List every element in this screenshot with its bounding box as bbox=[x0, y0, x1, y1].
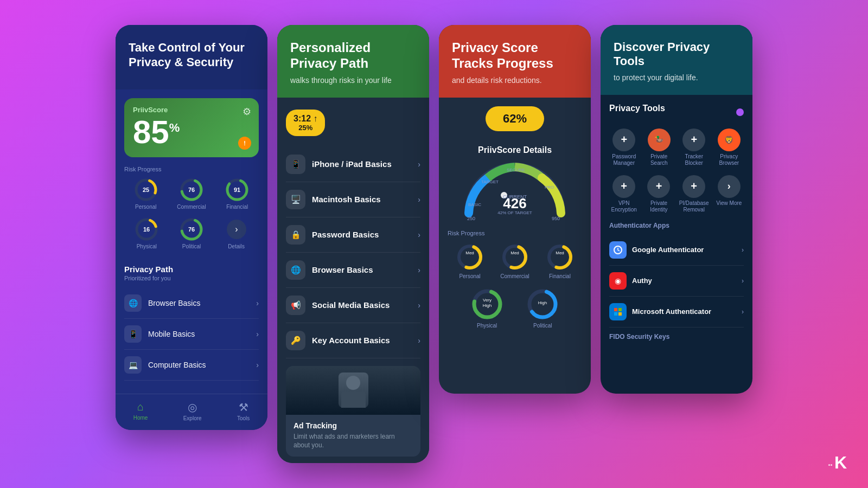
svg-text:TARGET: TARGET bbox=[481, 179, 499, 184]
nav-home[interactable]: ⌂ Home bbox=[133, 401, 148, 421]
svg-text:BASIC: BASIC bbox=[468, 202, 481, 207]
svg-text:Med: Med bbox=[510, 251, 519, 255]
pi-removal-add-icon: + bbox=[682, 175, 705, 198]
svg-text:76: 76 bbox=[188, 226, 195, 233]
ad-tracking-title: Ad Tracking bbox=[293, 421, 413, 430]
key-icon: 🔑 bbox=[286, 331, 305, 350]
circle3-personal: Med Personal bbox=[456, 243, 484, 279]
circle-financial: 91 Financial bbox=[225, 178, 249, 210]
svg-text:25: 25 bbox=[143, 187, 149, 193]
menu-macintosh[interactable]: 🖥️ Macintosh Basics › bbox=[286, 182, 420, 217]
phone4-content: Privacy Tools + Password Manager 🦆 Priva… bbox=[601, 95, 752, 349]
auth-google[interactable]: Google Authenticator › bbox=[609, 235, 744, 266]
risk-progress-label: Risk Progress bbox=[124, 166, 259, 172]
priiv-score-number: 85% bbox=[133, 116, 250, 149]
menu-computer-basics[interactable]: 💻 Computer Basics › bbox=[124, 350, 259, 381]
password-icon: 🔒 bbox=[286, 225, 305, 245]
tool-tracker-blocker[interactable]: + Tracker Blocker bbox=[679, 129, 709, 166]
ad-tracking-card[interactable]: Ad Tracking Limit what ads and marketers… bbox=[286, 366, 420, 457]
risk-progress-title-3: Risk Progress bbox=[448, 230, 582, 236]
tool-vpn[interactable]: + VPN Encryption bbox=[609, 175, 639, 213]
risk-circles-3-row2: Very High Physical High Political bbox=[448, 288, 582, 329]
explore-icon: ◎ bbox=[188, 401, 197, 414]
tool-password-manager[interactable]: + Password Manager bbox=[609, 129, 639, 166]
password-manager-add-icon: + bbox=[612, 129, 635, 151]
tool-pi-removal[interactable]: + PI/Database Removal bbox=[679, 175, 709, 213]
gauge-container: CURRENT 426 42% OF TARGET 250 950 BASIC … bbox=[448, 162, 582, 221]
browser-icon-2: 🌐 bbox=[286, 260, 305, 280]
circle-personal: 25 Personal bbox=[134, 178, 158, 210]
authy-icon: ◉ bbox=[609, 272, 627, 290]
score-badge: 62% bbox=[486, 106, 544, 131]
svg-text:91: 91 bbox=[234, 187, 240, 193]
phone2-header: Personalized Privacy Path walks through … bbox=[277, 25, 429, 98]
view-more-arrow-icon: › bbox=[718, 175, 741, 198]
auth-microsoft[interactable]: Microsoft Authenticator › bbox=[609, 297, 744, 328]
notification-badge: ! bbox=[238, 137, 251, 150]
phone3-content: 62% PriivScore Details CURRENT 426 bbox=[439, 98, 591, 346]
purple-indicator bbox=[736, 108, 744, 116]
priiv-score-details-label: PriivScore Details bbox=[448, 145, 582, 155]
tools-grid-row1: + Password Manager 🦆 Private Search + Tr… bbox=[609, 129, 744, 166]
gear-icon[interactable]: ⚙ bbox=[242, 106, 251, 118]
phone-card-4: Discover Privacy Tools to protect your d… bbox=[601, 25, 752, 394]
tool-privacy-browser[interactable]: 🦁 Privacy Browser bbox=[714, 129, 744, 166]
tool-private-search[interactable]: 🦆 Private Search bbox=[644, 129, 674, 166]
circle-commercial: 76 Commercial bbox=[177, 178, 206, 210]
phone3-subtitle: and details risk reductions. bbox=[452, 76, 578, 85]
social-icon: 📢 bbox=[286, 296, 305, 315]
menu-browser-basics[interactable]: 🌐 Browser Basics › bbox=[124, 288, 259, 319]
svg-text:Very: Very bbox=[483, 298, 492, 303]
phone-card-1: Take Control of Your Privacy & Security … bbox=[116, 25, 267, 430]
browser-icon: 🌐 bbox=[124, 294, 142, 312]
privacy-tools-title: Privacy Tools bbox=[609, 104, 665, 113]
duckduckgo-icon: 🦆 bbox=[648, 129, 671, 151]
phone1-title: Take Control of Your Privacy & Security bbox=[129, 40, 254, 70]
svg-rect-47 bbox=[618, 312, 622, 316]
google-authenticator-icon bbox=[609, 241, 627, 259]
iphone-icon: 📱 bbox=[286, 155, 305, 174]
home-icon: ⌂ bbox=[137, 401, 144, 413]
mac-icon: 🖥️ bbox=[286, 190, 305, 209]
svg-text:Med: Med bbox=[556, 251, 564, 255]
tool-view-more[interactable]: › View More bbox=[714, 175, 744, 213]
fido-label: FIDO Security Keys bbox=[609, 333, 744, 341]
menu-social-media[interactable]: 📢 Social Media Basics › bbox=[286, 288, 420, 323]
svg-text:250: 250 bbox=[467, 216, 475, 221]
circle3-political: High Political bbox=[526, 288, 559, 329]
priiv-score-label: PriivScore bbox=[133, 106, 250, 114]
phone-card-3: Privacy Score Tracks Progress and detail… bbox=[439, 25, 591, 394]
ad-tracking-desc: Limit what ads and marketers learn about… bbox=[293, 432, 413, 451]
phone3-title: Privacy Score Tracks Progress bbox=[452, 40, 578, 72]
menu-mobile-basics[interactable]: 📱 Mobile Basics › bbox=[124, 319, 259, 350]
svg-text:42% OF TARGET: 42% OF TARGET bbox=[497, 210, 532, 215]
mobile-icon: 📱 bbox=[124, 325, 142, 343]
nav-tools[interactable]: ⚒ Tools bbox=[237, 401, 250, 421]
menu-password[interactable]: 🔒 Password Basics › bbox=[286, 217, 420, 253]
svg-rect-46 bbox=[614, 312, 617, 316]
circle3-commercial: Med Commercial bbox=[500, 243, 529, 279]
risk-circles-row1: 25 Personal 76 Commercial bbox=[124, 178, 259, 210]
phone1-header: Take Control of Your Privacy & Security bbox=[116, 25, 267, 89]
phone2-subtitle: walks through risks in your life bbox=[290, 76, 416, 85]
privacy-path-sub: Prioritized for you bbox=[124, 275, 259, 281]
tools-grid-row2: + VPN Encryption + Private Identity + PI… bbox=[609, 175, 744, 213]
circle3-financial: Med Financial bbox=[546, 243, 574, 279]
nav-explore[interactable]: ◎ Explore bbox=[183, 401, 202, 421]
svg-text:High: High bbox=[482, 303, 491, 308]
risk-circles-3-row1: Med Personal Med Commercial bbox=[448, 243, 582, 279]
timer-badge: 3:12 ↑ 25% bbox=[286, 110, 325, 136]
menu-iphone-ipad[interactable]: 📱 iPhone / iPad Basics › bbox=[286, 147, 420, 182]
menu-key-account[interactable]: 🔑 Key Account Basics › bbox=[286, 323, 420, 358]
circle-details-arrow[interactable]: › Details bbox=[225, 217, 248, 249]
svg-text:High: High bbox=[538, 300, 547, 305]
circle-physical: 16 Physical bbox=[135, 217, 158, 249]
auth-authy[interactable]: ◉ Authy › bbox=[609, 266, 744, 297]
tool-private-identity[interactable]: + Private Identity bbox=[644, 175, 673, 213]
svg-text:PRO: PRO bbox=[545, 185, 554, 190]
menu-browser[interactable]: 🌐 Browser Basics › bbox=[286, 253, 420, 288]
svg-text:16: 16 bbox=[143, 226, 150, 233]
vpn-add-icon: + bbox=[612, 175, 635, 198]
phones-container: Take Control of Your Privacy & Security … bbox=[105, 14, 763, 474]
knowtechie-logo: ·· K bbox=[828, 453, 846, 473]
